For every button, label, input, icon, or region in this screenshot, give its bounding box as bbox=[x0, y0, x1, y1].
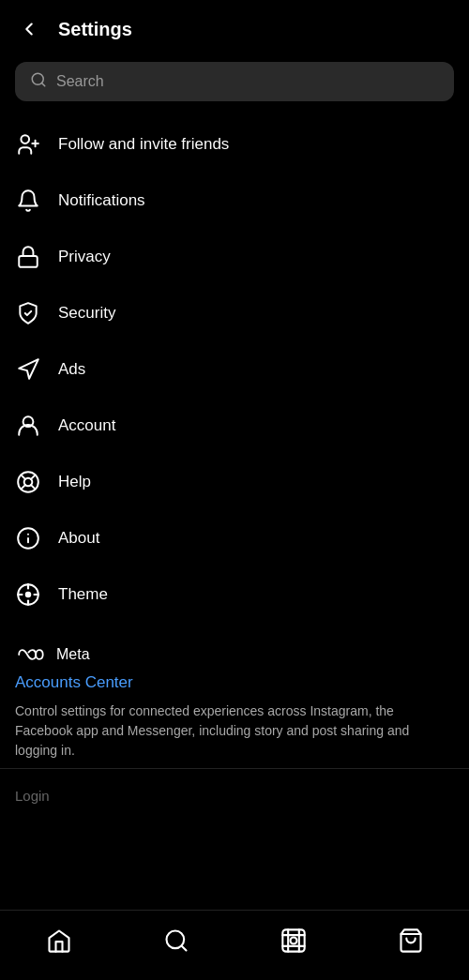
meta-logo-icon bbox=[15, 645, 49, 664]
svg-point-2 bbox=[21, 135, 29, 143]
nav-shop-button[interactable] bbox=[383, 920, 439, 961]
menu-label-help: Help bbox=[58, 473, 91, 491]
accounts-center-link[interactable]: Accounts Center bbox=[15, 673, 454, 692]
nav-home-button[interactable] bbox=[31, 920, 87, 961]
partial-label: Login bbox=[15, 788, 50, 804]
svg-line-1 bbox=[41, 83, 44, 85]
lock-icon bbox=[15, 244, 41, 270]
menu-label-ads: Ads bbox=[58, 360, 85, 379]
menu-label-privacy: Privacy bbox=[58, 248, 111, 266]
header: Settings bbox=[0, 0, 469, 54]
svg-line-10 bbox=[31, 485, 36, 490]
meta-description: Control settings for connected experienc… bbox=[15, 701, 454, 761]
meta-brand-label: Meta bbox=[56, 646, 90, 663]
menu-item-help[interactable]: Help bbox=[0, 454, 469, 510]
info-icon bbox=[15, 525, 41, 551]
shop-icon bbox=[398, 927, 424, 954]
lifebuoy-icon bbox=[15, 469, 41, 495]
menu-item-notifications[interactable]: Notifications bbox=[0, 173, 469, 229]
svg-line-12 bbox=[21, 485, 25, 490]
search-icon bbox=[30, 71, 47, 92]
search-container bbox=[0, 54, 469, 116]
megaphone-icon bbox=[15, 356, 41, 383]
svg-rect-24 bbox=[282, 929, 304, 951]
bottom-nav bbox=[0, 910, 469, 980]
shield-icon bbox=[15, 300, 41, 326]
search-nav-icon bbox=[163, 927, 189, 954]
partial-next-section: Login bbox=[0, 768, 469, 880]
page-title: Settings bbox=[58, 19, 132, 40]
settings-menu: Follow and invite friends Notifications … bbox=[0, 116, 469, 623]
svg-point-25 bbox=[290, 938, 296, 944]
menu-item-follow[interactable]: Follow and invite friends bbox=[0, 116, 469, 173]
menu-label-theme: Theme bbox=[58, 585, 108, 604]
back-button[interactable] bbox=[15, 15, 43, 43]
svg-line-11 bbox=[31, 475, 36, 479]
palette-icon bbox=[15, 581, 41, 608]
search-input[interactable] bbox=[56, 73, 439, 90]
menu-item-account[interactable]: Account bbox=[0, 398, 469, 454]
svg-point-17 bbox=[25, 592, 32, 598]
follow-icon bbox=[15, 131, 41, 158]
svg-line-9 bbox=[21, 475, 25, 479]
menu-label-about: About bbox=[58, 529, 99, 548]
menu-item-about[interactable]: About bbox=[0, 510, 469, 566]
bell-icon bbox=[15, 188, 41, 214]
meta-logo: Meta bbox=[15, 645, 454, 664]
person-icon bbox=[15, 413, 41, 439]
menu-label-security: Security bbox=[58, 304, 115, 323]
svg-line-23 bbox=[181, 945, 186, 950]
home-icon bbox=[46, 927, 72, 954]
nav-search-button[interactable] bbox=[148, 920, 204, 961]
menu-label-notifications: Notifications bbox=[58, 191, 145, 210]
meta-section: Meta Accounts Center Control settings fo… bbox=[0, 623, 469, 768]
menu-label-follow: Follow and invite friends bbox=[58, 135, 229, 154]
nav-reels-button[interactable] bbox=[265, 920, 322, 961]
menu-item-privacy[interactable]: Privacy bbox=[0, 229, 469, 285]
menu-item-theme[interactable]: Theme bbox=[0, 566, 469, 623]
menu-label-account: Account bbox=[58, 416, 115, 435]
menu-item-ads[interactable]: Ads bbox=[0, 341, 469, 398]
svg-rect-5 bbox=[19, 256, 38, 267]
search-bar[interactable] bbox=[15, 62, 454, 101]
menu-item-security[interactable]: Security bbox=[0, 285, 469, 341]
reels-icon bbox=[280, 927, 307, 954]
